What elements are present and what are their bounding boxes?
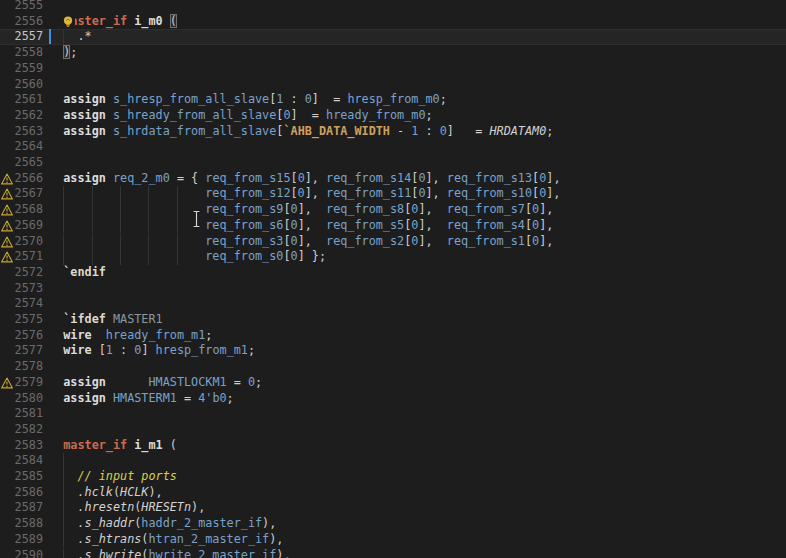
line-number[interactable]: 2568	[12, 202, 43, 218]
token-punctuation: ],	[546, 186, 560, 200]
code-line[interactable]: 2569 req_from_s6[0], req_from_s5[0], req…	[0, 218, 786, 234]
code-line[interactable]: 2558 );	[0, 45, 786, 61]
line-number[interactable]: 2580	[12, 391, 43, 407]
code-text: req_from_s6[0], req_from_s5[0], req_from…	[49, 218, 553, 234]
token-signal-name: HRESETn	[141, 500, 191, 514]
line-number[interactable]: 2561	[12, 92, 43, 108]
token-whitespace	[106, 391, 113, 405]
token-identifier: s_hrdata_from_all_slave	[113, 124, 276, 138]
indent-guide	[63, 453, 64, 469]
code-line[interactable]: 2570 req_from_s3[0], req_from_s2[0], req…	[0, 234, 786, 250]
token-matched-bracket: (	[170, 14, 177, 28]
token-identifier: req_from_s13	[447, 171, 532, 185]
code-line[interactable]: 2555	[0, 0, 786, 14]
line-number[interactable]: 2577	[12, 343, 43, 359]
line-number[interactable]: 2557	[12, 29, 43, 45]
code-line[interactable]: 2560	[0, 77, 786, 93]
code-line[interactable]: 2579 assign HMASTLOCKM1 = 0;	[0, 375, 786, 391]
token-punctuation: (	[163, 438, 177, 452]
line-number[interactable]: 2583	[12, 438, 43, 454]
line-number[interactable]: 2590	[12, 548, 43, 558]
token-whitespace	[49, 328, 63, 342]
line-number[interactable]: 2563	[12, 124, 43, 140]
line-number[interactable]: 2586	[12, 485, 43, 501]
line-number[interactable]: 2582	[12, 422, 43, 438]
line-number[interactable]: 2565	[12, 155, 43, 171]
code-line[interactable]: 2573	[0, 281, 786, 297]
line-number[interactable]: 2559	[12, 61, 43, 77]
line-number[interactable]: 2571	[12, 249, 43, 265]
line-number[interactable]: 2572	[12, 265, 43, 281]
code-line[interactable]: 2590 .s_hwrite(hwrite_2_master_if),	[0, 548, 786, 558]
token-signal-name: .s_htrans	[77, 532, 141, 546]
code-line[interactable]: 2567 req_from_s12[0], req_from_s11[0], r…	[0, 186, 786, 202]
token-identifier: 0	[298, 171, 305, 185]
code-line[interactable]: 2566 assign req_2_m0 = { req_from_s15[0]…	[0, 171, 786, 187]
code-line[interactable]: 2589 .s_htrans(htran_2_master_if),	[0, 532, 786, 548]
line-number[interactable]: 2567	[12, 186, 43, 202]
line-number[interactable]: 2560	[12, 77, 43, 93]
line-number[interactable]: 2576	[12, 328, 43, 344]
line-number[interactable]: 2574	[12, 296, 43, 312]
code-line[interactable]: 2582	[0, 422, 786, 438]
line-number[interactable]: 2588	[12, 516, 43, 532]
token-keyword: assign	[63, 375, 106, 389]
line-number[interactable]: 2585	[12, 469, 43, 485]
code-line[interactable]: 2568 req_from_s9[0], req_from_s8[0], req…	[0, 202, 786, 218]
line-number[interactable]: 2569	[12, 218, 43, 234]
code-line[interactable]: 2571 req_from_s0[0] };	[0, 249, 786, 265]
line-number[interactable]: 2555	[12, 0, 43, 14]
line-number[interactable]: 2573	[12, 281, 43, 297]
code-line[interactable]: 2563 assign s_hrdata_from_all_slave[`AHB…	[0, 124, 786, 140]
token-identifier: req_from_s5	[326, 218, 404, 232]
code-line[interactable]: 2580 assign HMASTERM1 = 4'b0;	[0, 391, 786, 407]
line-number[interactable]: 2558	[12, 45, 43, 61]
token-punctuation: ],	[418, 218, 446, 232]
code-line[interactable]: 2584	[0, 453, 786, 469]
code-line[interactable]: 2572 `endif	[0, 265, 786, 281]
line-number[interactable]: 2564	[12, 139, 43, 155]
token-punctuation: ],	[418, 202, 446, 216]
code-line[interactable]: 2565	[0, 155, 786, 171]
code-line[interactable]: 2559	[0, 61, 786, 77]
line-number[interactable]: 2562	[12, 108, 43, 124]
code-line[interactable]: 2587 .hresetn(HRESETn),	[0, 500, 786, 516]
code-editor[interactable]: 25552556 master_if i_m0 (2557 .*2558 );2…	[0, 0, 786, 558]
line-number[interactable]: 2575	[12, 312, 43, 328]
line-number[interactable]: 2578	[12, 359, 43, 375]
mouse-ibeam-cursor	[192, 210, 201, 228]
code-line[interactable]: 2561 assign s_hresp_from_all_slave[1 : 0…	[0, 92, 786, 108]
code-line[interactable]: 2574	[0, 296, 786, 312]
token-identifier: req_from_s7	[447, 202, 525, 216]
code-line[interactable]: 2556 master_if i_m0 (	[0, 14, 786, 30]
token-punctuation: =	[227, 375, 248, 389]
code-line[interactable]: 2562 assign s_hready_from_all_slave[0] =…	[0, 108, 786, 124]
code-text: req_from_s0[0] };	[49, 249, 326, 265]
code-line[interactable]: 2578	[0, 359, 786, 375]
token-punctuation: [	[283, 218, 290, 232]
line-number[interactable]: 2589	[12, 532, 43, 548]
line-number[interactable]: 2584	[12, 453, 43, 469]
token-identifier: 0	[305, 92, 312, 106]
code-line[interactable]: 2557 .*	[0, 29, 786, 45]
line-number[interactable]: 2579	[12, 375, 43, 391]
code-line[interactable]: 2588 .s_haddr(haddr_2_master_if),	[0, 516, 786, 532]
code-line[interactable]: 2575 `ifdef MASTER1	[0, 312, 786, 328]
code-line[interactable]: 2564	[0, 139, 786, 155]
code-line[interactable]: 2576 wire hready_from_m1;	[0, 328, 786, 344]
code-line[interactable]: 2583 master_if i_m1 (	[0, 438, 786, 454]
token-punctuation	[163, 14, 170, 28]
line-number[interactable]: 2581	[12, 406, 43, 422]
code-line[interactable]: 2585 // input ports	[0, 469, 786, 485]
code-line[interactable]: 2577 wire [1 : 0] hresp_from_m1;	[0, 343, 786, 359]
token-punctuation: ;	[546, 124, 553, 138]
line-number[interactable]: 2570	[12, 234, 43, 250]
token-punctuation: ],	[539, 218, 553, 232]
token-punctuation: ],	[298, 218, 326, 232]
code-line[interactable]: 2581	[0, 406, 786, 422]
lightbulb-icon[interactable]	[61, 15, 75, 29]
line-number[interactable]: 2566	[12, 171, 43, 187]
line-number[interactable]: 2556	[12, 14, 43, 30]
line-number[interactable]: 2587	[12, 500, 43, 516]
code-line[interactable]: 2586 .hclk(HCLK),	[0, 485, 786, 501]
